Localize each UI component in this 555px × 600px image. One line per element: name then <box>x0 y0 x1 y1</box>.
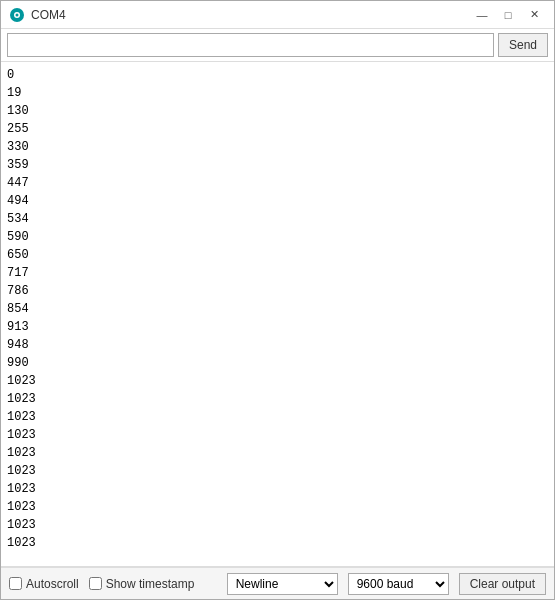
table-row: 447 <box>7 174 548 192</box>
table-row: 494 <box>7 192 548 210</box>
table-row: 1023 <box>7 408 548 426</box>
serial-output-area[interactable]: 0191302553303594474945345906507177868549… <box>1 61 554 567</box>
table-row: 1023 <box>7 462 548 480</box>
clear-output-button[interactable]: Clear output <box>459 573 546 595</box>
timestamp-label: Show timestamp <box>106 577 195 591</box>
table-row: 913 <box>7 318 548 336</box>
table-row: 1023 <box>7 426 548 444</box>
autoscroll-label: Autoscroll <box>26 577 79 591</box>
autoscroll-checkbox-label[interactable]: Autoscroll <box>9 577 79 591</box>
status-bar: Autoscroll Show timestamp No line ending… <box>1 567 554 599</box>
table-row: 590 <box>7 228 548 246</box>
table-row: 1023 <box>7 444 548 462</box>
title-bar: COM4 — □ ✕ <box>1 1 554 29</box>
window-controls: — □ ✕ <box>470 5 546 25</box>
table-row: 330 <box>7 138 548 156</box>
table-row: 717 <box>7 264 548 282</box>
baud-dropdown[interactable]: 300 baud1200 baud2400 baud4800 baud9600 … <box>348 573 449 595</box>
minimize-button[interactable]: — <box>470 5 494 25</box>
table-row: 1023 <box>7 372 548 390</box>
autoscroll-checkbox[interactable] <box>9 577 22 590</box>
table-row: 1023 <box>7 534 548 552</box>
newline-dropdown[interactable]: No line endingNewlineCarriage returnBoth… <box>227 573 338 595</box>
timestamp-checkbox-label[interactable]: Show timestamp <box>89 577 195 591</box>
table-row: 650 <box>7 246 548 264</box>
table-row: 948 <box>7 336 548 354</box>
table-row: 19 <box>7 84 548 102</box>
main-window: COM4 — □ ✕ Send 019130255330359447494534… <box>0 0 555 600</box>
app-icon <box>9 7 25 23</box>
restore-button[interactable]: □ <box>496 5 520 25</box>
table-row: 786 <box>7 282 548 300</box>
table-row: 854 <box>7 300 548 318</box>
send-button[interactable]: Send <box>498 33 548 57</box>
table-row: 130 <box>7 102 548 120</box>
table-row: 1023 <box>7 390 548 408</box>
toolbar: Send <box>1 29 554 61</box>
table-row: 255 <box>7 120 548 138</box>
table-row: 1023 <box>7 480 548 498</box>
window-title: COM4 <box>31 8 470 22</box>
serial-input[interactable] <box>7 33 494 57</box>
timestamp-checkbox[interactable] <box>89 577 102 590</box>
close-button[interactable]: ✕ <box>522 5 546 25</box>
table-row: 534 <box>7 210 548 228</box>
table-row: 1023 <box>7 498 548 516</box>
svg-point-2 <box>16 13 19 16</box>
table-row: 990 <box>7 354 548 372</box>
table-row: 359 <box>7 156 548 174</box>
table-row: 1023 <box>7 516 548 534</box>
table-row: 0 <box>7 66 548 84</box>
